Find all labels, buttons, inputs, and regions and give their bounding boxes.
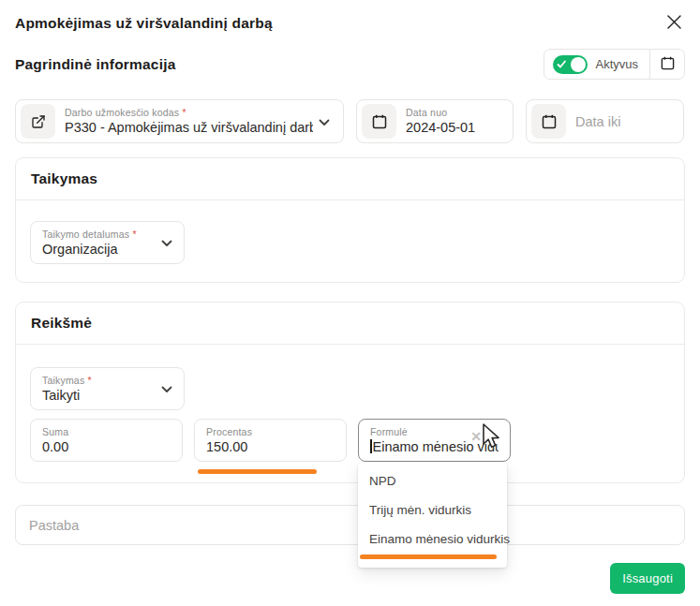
calendar-icon bbox=[661, 56, 675, 73]
chevron-down-icon bbox=[319, 113, 330, 130]
chevron-down-icon bbox=[161, 234, 172, 251]
menu-highlight-underline bbox=[360, 554, 497, 559]
modal-footer: Išsaugoti bbox=[15, 563, 685, 594]
pastaba-input[interactable]: Pastaba bbox=[15, 505, 685, 545]
formule-field[interactable]: Formulė Einamo mėnesio vidurkis ✕ bbox=[358, 419, 511, 462]
salary-code-label: Darbo užmokesčio kodas * bbox=[65, 107, 313, 119]
suma-field[interactable]: Suma 0.00 bbox=[30, 419, 183, 462]
date-to-placeholder: Data iki bbox=[575, 113, 678, 130]
check-icon bbox=[557, 60, 567, 69]
modal-header: Apmokėjimas už viršvalandinį darbą bbox=[15, 12, 685, 35]
required-asterisk: * bbox=[182, 107, 186, 118]
date-from-value: 2024-05-01 bbox=[406, 119, 508, 136]
main-info-title: Pagrindinė informacija bbox=[15, 56, 176, 73]
salary-code-value: P330 - Apmokėjimas už viršvalandinį darb… bbox=[65, 119, 313, 136]
taikymo-detalumas-select[interactable]: Taikymo detalumas * Organizacija bbox=[30, 221, 185, 264]
menu-item-einamo-menesio-vidurkis[interactable]: Einamo mėnesio vidurkis bbox=[358, 525, 507, 554]
overtime-pay-modal: Apmokėjimas už viršvalandinį darbą Pagri… bbox=[0, 0, 700, 606]
menu-item-npd[interactable]: NPD bbox=[358, 466, 507, 495]
taikymas-value: Taikyti bbox=[42, 387, 92, 404]
procentas-highlight-underline bbox=[198, 469, 317, 474]
toggle-on-switch[interactable] bbox=[553, 55, 588, 74]
menu-item-triju-men-vidurkis[interactable]: Trijų mėn. vidurkis bbox=[358, 495, 507, 525]
taikymas-section: Taikymas Taikymo detalumas * Organizacij… bbox=[15, 157, 685, 283]
close-button[interactable] bbox=[663, 12, 685, 35]
external-link-icon[interactable] bbox=[21, 104, 55, 139]
chevron-down-icon bbox=[161, 380, 172, 397]
active-toggle-label: Aktyvus bbox=[595, 57, 638, 71]
date-from-field[interactable]: Data nuo 2024-05-01 bbox=[356, 99, 514, 143]
taikymo-detalumas-label: Taikymo detalumas * bbox=[42, 229, 137, 241]
toggle-knob bbox=[571, 57, 586, 72]
date-from-label: Data nuo bbox=[406, 107, 508, 119]
calendar-icon bbox=[531, 104, 566, 139]
clear-icon[interactable]: ✕ bbox=[470, 430, 482, 443]
reiksme-section: Reikšmė Taikymas * Taikyti Suma 0.00 Pro… bbox=[15, 302, 685, 483]
suma-value: 0.00 bbox=[42, 438, 171, 455]
reiksme-title: Reikšmė bbox=[16, 303, 684, 345]
procentas-value: 150.00 bbox=[206, 438, 335, 455]
date-to-field[interactable]: Data iki bbox=[526, 99, 684, 143]
procentas-field[interactable]: Procentas 150.00 bbox=[194, 419, 347, 462]
history-calendar-button[interactable] bbox=[650, 50, 684, 79]
procentas-label: Procentas bbox=[206, 426, 335, 438]
close-icon bbox=[666, 14, 682, 33]
text-caret bbox=[370, 439, 372, 453]
active-toggle[interactable]: Aktyvus bbox=[544, 50, 649, 79]
active-toggle-card: Aktyvus bbox=[544, 49, 685, 80]
top-fields-row: Darbo užmokesčio kodas * P330 - Apmokėji… bbox=[15, 99, 685, 143]
taikymas-select[interactable]: Taikymas * Taikyti bbox=[30, 367, 185, 410]
pastaba-placeholder: Pastaba bbox=[29, 518, 79, 533]
taikymo-detalumas-value: Organizacija bbox=[42, 241, 137, 258]
required-asterisk: * bbox=[87, 375, 91, 386]
suma-label: Suma bbox=[42, 426, 171, 438]
taikymas-title: Taikymas bbox=[16, 158, 684, 200]
save-button[interactable]: Išsaugoti bbox=[610, 563, 685, 594]
modal-title: Apmokėjimas už viršvalandinį darbą bbox=[15, 12, 273, 32]
value-fields-row: Suma 0.00 Procentas 150.00 Formulė Einam… bbox=[30, 419, 670, 462]
main-info-header: Pagrindinė informacija Aktyvus bbox=[15, 49, 685, 80]
required-asterisk: * bbox=[132, 229, 136, 240]
salary-code-select[interactable]: Darbo užmokesčio kodas * P330 - Apmokėji… bbox=[15, 99, 344, 143]
formule-dropdown-menu: NPD Trijų mėn. vidurkis Einamo mėnesio v… bbox=[358, 463, 507, 568]
taikymas-label: Taikymas * bbox=[42, 375, 92, 387]
calendar-icon bbox=[362, 104, 396, 139]
